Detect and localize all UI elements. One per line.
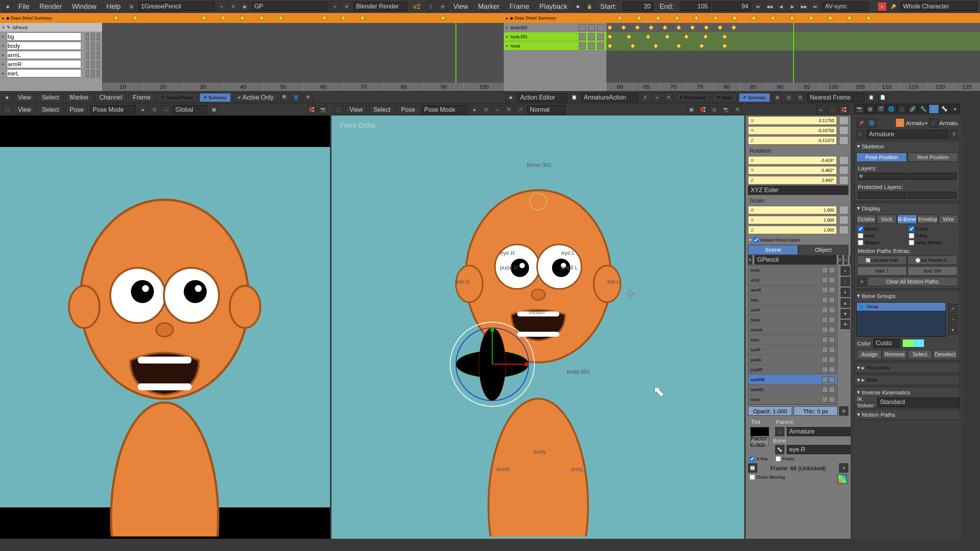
manip-move-icon[interactable]: ↔ [493,105,502,114]
next-key-icon[interactable]: ▶▶ [799,2,808,11]
set-preview-btn[interactable]: 🕐Set Preview F... [908,256,957,265]
fake-user-icon[interactable]: F [951,130,958,139]
play-rev-icon[interactable]: ◀ [776,2,786,11]
manip-rot-icon[interactable]: ↻ [504,105,513,114]
tint-factor[interactable]: Factor: 0.000 [750,437,769,446]
select-menu[interactable]: Select [38,105,63,114]
parent-bone[interactable] [787,445,851,454]
render-icon[interactable]: 📷 [721,105,730,114]
disp-envelope[interactable]: Envelop [918,215,938,224]
layer-row[interactable]: mouth [748,325,837,335]
layer-down-icon[interactable]: ▼ [841,309,850,318]
channel-armL[interactable]: ▸ [0,51,102,60]
marker-menu[interactable]: Marker [65,93,93,102]
push-down-button[interactable]: ⬇Push Down [675,93,710,102]
bone-group-list[interactable]: 👥Group [856,302,946,337]
channel-bg[interactable]: ▸ [0,32,102,41]
layer-row[interactable]: eyeR [748,345,837,355]
channel-earL[interactable]: ▸ [0,69,102,78]
shapes-check[interactable]: Shapes [858,240,906,245]
add-icon[interactable]: + [844,255,848,264]
manipulator-icon[interactable]: ↔ [161,105,170,114]
layer-isolate-icon[interactable]: 👁 [841,320,850,329]
jump-start-icon[interactable]: ⏮ [753,2,763,11]
gp-datablock[interactable] [755,255,836,264]
colors-check[interactable]: Colors [909,226,957,231]
poselib-header[interactable]: ▸ Pose Library [855,363,960,373]
editor-icon[interactable]: ⬚ [2,105,11,114]
filter-icon[interactable]: ⚗ [303,93,312,102]
gp-layer-list[interactable]: body armL armR earL earR head mouth eyeL… [748,265,838,405]
frame-icon[interactable]: 🔄 [748,463,757,473]
menu-file[interactable]: File [15,3,33,11]
scale-x[interactable]: X:1.000 [748,206,837,214]
rot-y[interactable]: Y:-5.482° [748,166,837,174]
clear-paths-btn[interactable]: Clear All Motion Paths [867,277,957,286]
layers-icon[interactable]: ▦ [209,105,219,114]
shading-mode[interactable] [527,105,565,114]
plus-icon[interactable]: + [816,105,825,114]
timeline-area-right[interactable]: 94 6065 7075 8085 9095 100105 110115 120… [606,23,980,91]
copy-icon[interactable]: 📋 [867,93,876,102]
tl-playback[interactable]: Playback [536,3,571,11]
edit-icon[interactable] [91,33,94,40]
play-icon[interactable]: ▶ [788,2,797,11]
delay-check[interactable]: Delay Refresh [909,240,957,245]
expand-icon[interactable]: ▸ [2,16,5,21]
layer-row[interactable]: pupilL [748,355,837,365]
lock-icon[interactable] [97,33,100,40]
ik-solver[interactable] [877,398,959,407]
scene-del-icon[interactable]: ✕ [342,2,351,11]
stash-button[interactable]: ❄Stash [712,93,737,102]
magnet-icon[interactable]: 🧲 [839,105,848,114]
layer-menu-icon[interactable]: ▾ [841,288,850,297]
timeline-editor-icon[interactable]: ◔ [438,2,447,11]
loc-z[interactable]: Z:-0.11373 [748,136,837,145]
frame-ruler[interactable]: 1020 3040 5060 7080 90100 [103,83,504,91]
disp-stick[interactable]: Stick [877,215,896,224]
pin-icon[interactable]: 📌 [857,118,866,127]
opacity-slider[interactable]: Opacit: 1.000 [748,406,792,416]
gpencil-icon[interactable]: ✎ [733,105,742,114]
rest-position-btn[interactable]: Rest Position [908,153,958,162]
context-tabs[interactable]: 📷▦ 🎬🌐 ▢🔗 🔧⟐ 🦴● [854,104,960,114]
keyframe-btn[interactable] [839,116,848,125]
layer-row[interactable]: eyeL [748,335,837,345]
gp-scope-tabs[interactable]: Scene Object [748,245,848,255]
action-selector[interactable] [581,93,639,102]
pose-menu[interactable]: Pose [397,105,419,114]
group-add-icon[interactable]: + [948,304,957,313]
rot-x[interactable]: X:-3.416° [748,156,837,165]
layer-row[interactable]: body [748,265,837,275]
unlink-icon[interactable]: ✕ [664,93,673,102]
snap-mode[interactable] [807,93,864,102]
start-frame[interactable] [623,2,653,11]
armature-layers-2[interactable] [908,173,957,180]
search-icon[interactable]: 🔍 [280,93,289,102]
layer-row[interactable]: pupilR [748,365,837,375]
rot-z[interactable]: Z:2.842° [748,176,837,184]
editor-type-icon[interactable]: ◆ [2,93,11,102]
channel-armR[interactable]: ▸ [0,60,102,69]
jump-end-icon[interactable]: ⏭ [811,2,820,11]
points-check[interactable]: Points [776,456,794,461]
tab-object[interactable]: Object [798,245,848,255]
layer-row[interactable]: eyelidL [748,385,837,395]
shading-icon[interactable]: ● [138,105,147,114]
protected-layers-2[interactable] [908,192,957,199]
channel-menu[interactable]: Channel [95,93,127,102]
vis-icon[interactable] [86,33,89,40]
autokey-icon[interactable]: ● [877,2,887,11]
channel-gpencil[interactable]: ▾✎ GPencil [0,23,102,32]
select-menu[interactable]: Select [38,93,63,102]
sync-mode[interactable] [822,2,868,11]
armature-layers[interactable] [858,173,906,180]
select-menu[interactable]: Select [369,105,394,114]
disp-wire[interactable]: Wire [939,215,958,224]
loc-x[interactable]: X:0.11750 [748,116,837,125]
viewport-left[interactable] [0,116,330,539]
names-check[interactable]: Names [858,226,906,231]
orientation[interactable] [173,105,207,114]
pivot-icon[interactable]: ⊙ [150,105,159,114]
record-icon[interactable]: ⏺ [573,2,583,11]
